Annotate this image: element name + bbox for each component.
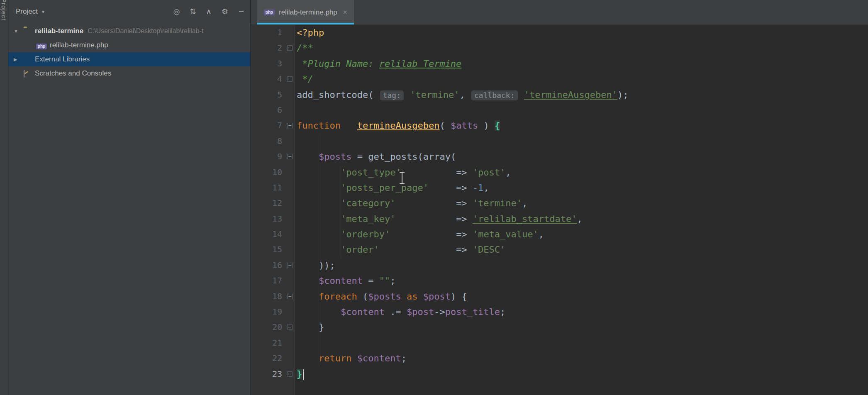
line-number[interactable]: 20 — [271, 319, 282, 335]
code-line[interactable]: $content .= $post->post_title; — [295, 304, 868, 319]
chevron-right-icon[interactable]: ▶ — [14, 57, 24, 62]
text-cursor — [402, 172, 402, 184]
code-line[interactable]: return $content; — [295, 351, 868, 366]
line-number[interactable]: 12 — [271, 195, 282, 211]
project-stripe-button[interactable]: Project — [0, 0, 7, 21]
gutter-line: 14 — [251, 227, 295, 242]
ide-window: Project Project ▼ ◎⇅∧⚙− ▼relilab-termine… — [0, 0, 868, 395]
line-number[interactable]: 7 — [271, 118, 282, 133]
line-number[interactable]: 15 — [271, 242, 282, 257]
code-line[interactable]: $posts = get_posts(array( — [295, 149, 868, 164]
gutter-line: 23 — [251, 366, 295, 382]
line-number[interactable]: 1 — [271, 25, 282, 40]
fold-end-icon[interactable] — [287, 263, 293, 268]
line-number[interactable]: 22 — [271, 351, 282, 366]
line-number[interactable]: 6 — [271, 102, 282, 118]
gutter-line: 18 — [251, 289, 295, 304]
line-number[interactable]: 17 — [271, 273, 282, 288]
fold-icon[interactable] — [287, 294, 293, 299]
chevron-down-icon[interactable]: ▼ — [14, 29, 24, 34]
hide-icon[interactable]: − — [238, 8, 244, 15]
line-number[interactable]: 11 — [271, 180, 282, 195]
line-number[interactable]: 3 — [271, 56, 282, 71]
tree-item[interactable]: ▼relilab-termineC:\Users\Daniel\Desktop\… — [8, 24, 250, 38]
code-line[interactable]: } — [295, 319, 868, 335]
line-number[interactable]: 9 — [271, 149, 282, 164]
tab-relilab-termine-php[interactable]: php relilab-termine.php × — [257, 0, 354, 24]
code-line[interactable]: $content = ""; — [295, 273, 868, 288]
line-number[interactable]: 10 — [271, 165, 282, 180]
line-number[interactable]: 21 — [271, 335, 282, 351]
line-number[interactable]: 4 — [271, 71, 282, 87]
gutter-line: 17 — [251, 273, 295, 288]
code-line[interactable]: foreach ($posts as $post) { — [295, 289, 868, 304]
code-line[interactable]: add_shortcode( tag: 'termine', callback:… — [295, 87, 868, 102]
gutter[interactable]: 1234567891011121314151617181920212223 — [251, 25, 295, 395]
fold-end-icon[interactable] — [287, 324, 293, 330]
expand-collapse-icon[interactable]: ⇅ — [190, 8, 196, 15]
line-number[interactable]: 2 — [271, 40, 282, 56]
collapse-all-icon[interactable]: ∧ — [206, 8, 212, 15]
tree-item-label: relilab-termine — [35, 27, 83, 35]
code-line[interactable]: *Plugin Name: relilab Termine — [295, 56, 868, 71]
tree-item-path: C:\Users\Daniel\Desktop\relilab\relilab-… — [88, 27, 203, 35]
gutter-line: 13 — [251, 211, 295, 227]
gutter-line: 22 — [251, 351, 295, 366]
gutter-line: 15 — [251, 242, 295, 257]
code-line[interactable]: /** — [295, 40, 868, 56]
code-line[interactable]: } — [295, 366, 868, 382]
gutter-line: 7 — [251, 118, 295, 133]
code-line[interactable]: 'order' => 'DESC' — [295, 242, 868, 257]
line-number[interactable]: 13 — [271, 211, 282, 227]
code-line[interactable] — [295, 134, 868, 149]
fold-end-icon[interactable] — [287, 371, 293, 377]
code-line[interactable]: */ — [295, 71, 868, 87]
editor-body: 1234567891011121314151617181920212223 <?… — [251, 25, 868, 395]
tab-close-icon[interactable]: × — [343, 8, 347, 17]
code-line[interactable] — [295, 102, 868, 118]
chevron-down-icon[interactable]: ▼ — [41, 10, 45, 14]
settings-icon[interactable]: ⚙ — [222, 8, 228, 15]
tool-window-stripe: Project — [0, 0, 8, 395]
tree-item[interactable]: phprelilab-termine.php — [8, 38, 250, 52]
fold-icon[interactable] — [287, 154, 293, 159]
gutter-line: 16 — [251, 258, 295, 273]
line-number[interactable]: 23 — [271, 366, 282, 382]
line-number[interactable]: 19 — [271, 304, 282, 319]
line-number[interactable]: 8 — [271, 134, 282, 149]
code-line[interactable]: 'posts_per_page' => -1, — [295, 180, 868, 195]
php-file-icon: php — [36, 44, 47, 49]
fold-icon[interactable] — [287, 123, 293, 128]
line-number[interactable]: 18 — [271, 289, 282, 304]
tab-label: relilab-termine.php — [279, 8, 337, 17]
gutter-line: 1 — [251, 25, 295, 40]
fold-end-icon[interactable] — [287, 76, 293, 82]
locate-icon[interactable]: ◎ — [173, 8, 180, 15]
fold-icon[interactable] — [287, 45, 293, 51]
tree-item-label: Scratches and Consoles — [35, 69, 111, 78]
editor-tabs: php relilab-termine.php × — [251, 0, 868, 25]
gutter-line: 12 — [251, 195, 295, 211]
panel-header-icons: ◎⇅∧⚙− — [173, 0, 244, 23]
code-line[interactable] — [295, 335, 868, 351]
gutter-line: 11 — [251, 180, 295, 195]
project-panel: Project ▼ ◎⇅∧⚙− ▼relilab-termineC:\Users… — [8, 0, 250, 395]
editor: php relilab-termine.php × 12345678910111… — [250, 0, 868, 395]
project-dropdown[interactable]: Project — [16, 7, 38, 16]
scratches-icon — [24, 70, 24, 78]
gutter-line: 5 — [251, 87, 295, 102]
code-line[interactable]: )); — [295, 258, 868, 273]
line-number[interactable]: 16 — [271, 258, 282, 273]
code-line[interactable]: 'meta_key' => 'relilab_startdate', — [295, 211, 868, 227]
code-area[interactable]: <?php/** *Plugin Name: relilab Termine *… — [295, 25, 868, 395]
line-number[interactable]: 14 — [271, 227, 282, 242]
code-line[interactable]: 'orderby' => 'meta_value', — [295, 227, 868, 242]
code-line[interactable]: 'post_type' => 'post', — [295, 165, 868, 180]
code-line[interactable]: function termineAusgeben( $atts ) { — [295, 118, 868, 133]
tree-item[interactable]: Scratches and Consoles — [8, 66, 250, 80]
line-number[interactable]: 5 — [271, 87, 282, 102]
code-line[interactable]: <?php — [295, 25, 868, 40]
php-file-icon: php — [264, 10, 275, 15]
tree-item[interactable]: ▶External Libraries — [8, 52, 250, 66]
code-line[interactable]: 'category' => 'termine', — [295, 195, 868, 211]
